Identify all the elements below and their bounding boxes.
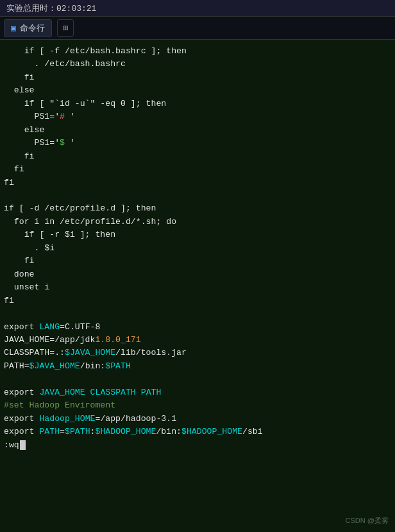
terminal-line: for i in /etc/profile.d/*.sh; do — [4, 216, 391, 228]
terminal-line: . $i — [4, 242, 391, 255]
terminal-line: fi — [4, 71, 391, 84]
terminal-line: unset i — [4, 281, 391, 294]
terminal-line: PATH=$JAVA_HOME/bin:$PATH — [4, 360, 391, 373]
terminal-tab-icon: ▣ — [11, 23, 16, 33]
top-bar: 实验总用时：02:03:21 — [0, 0, 395, 17]
terminal-tab[interactable]: ▣ 命令行 — [4, 19, 52, 37]
terminal-line: fi — [4, 163, 391, 176]
tab-bar: ▣ 命令行 ⊞ — [0, 17, 395, 40]
terminal-line: done — [4, 268, 391, 281]
timer-label: 实验总用时：02:03:21 — [6, 3, 96, 14]
terminal-line: CLASSPATH=.:$JAVA_HOME/lib/tools.jar — [4, 347, 391, 359]
terminal-line: . /etc/bash.bashrc — [4, 58, 391, 71]
terminal-line — [4, 189, 391, 202]
terminal-line: fi — [4, 176, 391, 189]
cursor-block — [20, 440, 26, 450]
add-tab-button[interactable]: ⊞ — [57, 19, 74, 37]
terminal-line: export JAVA_HOME CLASSPATH PATH — [4, 386, 391, 399]
terminal-line: export PATH=$PATH:$HADOOP_HOME/bin:$HADO… — [4, 425, 391, 438]
watermark: CSDN @柔雾 — [346, 516, 389, 526]
terminal-line: if [ -d /etc/profile.d ]; then — [4, 202, 391, 215]
terminal-line: export Hadoop_HOME=/app/hadoop-3.1 — [4, 413, 391, 425]
terminal-line: else — [4, 124, 391, 137]
terminal-line: fi — [4, 150, 391, 163]
terminal-line: fi — [4, 295, 391, 307]
terminal-line: PS1='# ' — [4, 110, 391, 123]
terminal-line: :wq — [4, 439, 391, 452]
terminal-line: JAVA_HOME=/app/jdk1.8.0_171 — [4, 334, 391, 347]
terminal-line: if [ "`id -u`" -eq 0 ]; then — [4, 98, 391, 110]
terminal-line — [4, 373, 391, 386]
terminal-content: if [ -f /etc/bash.bashrc ]; then . /etc/… — [0, 40, 395, 532]
terminal-line: export LANG=C.UTF-8 — [4, 321, 391, 334]
terminal-line: if [ -f /etc/bash.bashrc ]; then — [4, 45, 391, 58]
terminal-tab-label: 命令行 — [20, 22, 45, 34]
terminal-line — [4, 307, 391, 320]
terminal-line: if [ -r $i ]; then — [4, 228, 391, 241]
terminal-line: PS1='$ ' — [4, 137, 391, 150]
terminal-line: fi — [4, 255, 391, 268]
terminal-line: else — [4, 84, 391, 97]
terminal-line: #set Hadoop Enviroment — [4, 399, 391, 412]
